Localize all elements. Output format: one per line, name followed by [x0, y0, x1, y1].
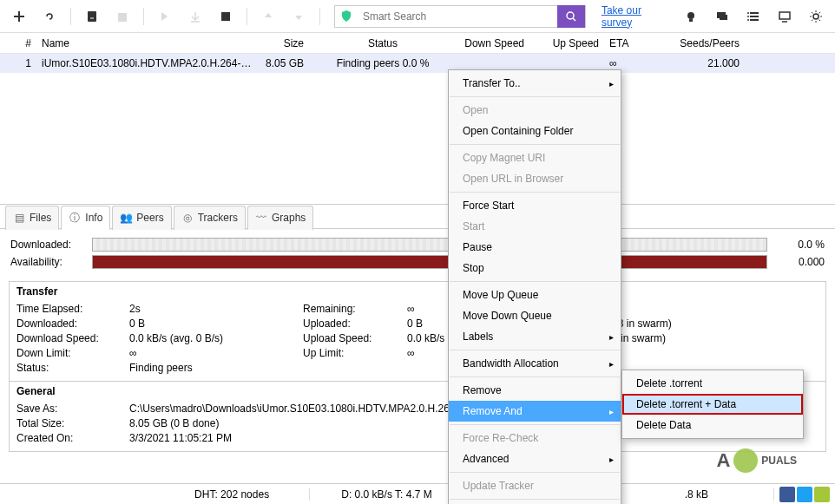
move-down-button	[285, 3, 312, 29]
tab-trackers-label: Trackers	[198, 212, 238, 224]
tab-info[interactable]: ⓘInfo	[61, 206, 110, 230]
add-url-button[interactable]	[36, 3, 62, 29]
search-box	[334, 5, 586, 28]
row-num: 1	[12, 57, 36, 69]
monitor-icon[interactable]	[771, 3, 799, 29]
ctx-move-up-queue[interactable]: Move Up Queue	[449, 285, 621, 305]
start-button	[151, 3, 178, 29]
col-num[interactable]: #	[12, 37, 36, 49]
ctx-pause[interactable]: Pause	[449, 237, 621, 258]
logo-text: PUALS	[761, 455, 797, 467]
uploaded-label: Uploaded:	[303, 317, 407, 330]
downloaded-bar	[92, 238, 767, 252]
ctx-bandwidth-allocation[interactable]: Bandwidth Allocation▸	[449, 353, 621, 374]
col-name[interactable]: Name	[36, 37, 257, 49]
downloaded-value: 0.0 %	[774, 239, 825, 251]
new-torrent-button[interactable]	[78, 3, 105, 29]
sb-dht: DHT: 202 nodes	[155, 488, 309, 501]
status-bar: DHT: 202 nodes D: 0.0 kB/s T: 4.7 M .8 k…	[0, 483, 835, 504]
shield-icon	[335, 10, 358, 23]
availability-label: Availability:	[10, 256, 85, 268]
ctx-transfer-to-[interactable]: Transfer To..▸	[449, 73, 621, 94]
svg-point-12	[813, 14, 819, 19]
android-icon[interactable]	[814, 487, 830, 502]
add-torrent-button[interactable]	[5, 3, 32, 29]
info-progress-panel: Downloaded: 0.0 % Availability: 0.000	[0, 229, 835, 278]
ctx-labels[interactable]: Labels▸	[449, 326, 621, 347]
sb-rates: D: 0.0 kB/s T: 4.7 M	[310, 488, 464, 501]
svg-rect-5	[689, 19, 693, 22]
ctx-stop[interactable]: Stop	[449, 258, 621, 278]
svg-rect-0	[88, 11, 96, 22]
col-down[interactable]: Down Speed	[457, 37, 529, 49]
download-button	[181, 3, 208, 29]
tab-graphs-label: Graphs	[272, 212, 306, 224]
main-toolbar: Take our survey	[0, 0, 835, 33]
search-button[interactable]	[557, 5, 585, 28]
move-up-button	[254, 3, 281, 29]
svg-rect-7	[720, 15, 727, 20]
logo-droid-icon	[733, 448, 758, 473]
row-size: 8.05 GB	[257, 57, 309, 69]
totalsize-label: Total Size:	[16, 417, 129, 429]
dlspeed-value: 0.0 kB/s (avg. 0 B/s)	[129, 332, 303, 344]
torrent-list: 1 iUmor.S10E03.1080i.HDTV.MPA2.0.H.264-p…	[0, 54, 835, 205]
appuals-logo: APUALS	[716, 448, 797, 473]
downloaded-stat-label: Downloaded:	[16, 317, 129, 330]
ctx-force-re-check: Force Re-Check	[449, 428, 621, 448]
time-elapsed-value: 2s	[129, 303, 303, 315]
downloaded-label: Downloaded:	[10, 239, 85, 251]
ctx-sub-delete-torrent-data[interactable]: Delete .torrent + Data	[622, 394, 803, 415]
col-status[interactable]: Status	[309, 37, 457, 49]
col-up[interactable]: Up Speed	[529, 37, 604, 49]
tab-graphs[interactable]: 〰Graphs	[247, 206, 313, 230]
col-seeds[interactable]: Seeds/Peers	[658, 37, 745, 49]
ctx-copy-magnet-uri: Copy Magnet URI	[449, 147, 621, 168]
twitter-icon[interactable]	[797, 487, 812, 502]
search-input[interactable]	[358, 10, 557, 23]
list-icon[interactable]	[740, 3, 767, 29]
availability-bar	[92, 255, 767, 269]
svg-point-3	[567, 12, 574, 19]
time-elapsed-label: Time Elapsed:	[16, 303, 129, 315]
row-seeds: 21.000	[658, 57, 745, 69]
status-stat-value: Finding peers	[129, 362, 303, 374]
availability-value: 0.000	[774, 256, 825, 268]
info-icon: ⓘ	[69, 212, 81, 224]
remove-toolbar-button[interactable]	[108, 3, 135, 29]
col-eta[interactable]: ETA	[604, 37, 658, 49]
ctx-open: Open	[449, 100, 621, 121]
ctx-move-down-queue[interactable]: Move Down Queue	[449, 305, 621, 326]
ctx-sub-delete-torrent[interactable]: Delete .torrent	[622, 373, 803, 394]
saveas-label: Save As:	[16, 403, 129, 415]
ctx-remove-and[interactable]: Remove And▸	[449, 401, 621, 422]
context-submenu-remove-and[interactable]: Delete .torrentDelete .torrent + DataDel…	[621, 370, 804, 439]
tab-trackers[interactable]: ◎Trackers	[174, 206, 246, 230]
chat-icon[interactable]	[708, 3, 736, 29]
context-menu[interactable]: Transfer To..▸OpenOpen Containing Folder…	[448, 69, 621, 504]
remaining-label: Remaining:	[303, 303, 407, 315]
sb-social-icons	[774, 487, 835, 502]
ctx-start: Start	[449, 216, 621, 237]
ctx-sub-delete-data[interactable]: Delete Data	[622, 415, 803, 435]
ctx-open-containing-folder[interactable]: Open Containing Folder	[449, 121, 621, 141]
ctx-force-start[interactable]: Force Start	[449, 195, 621, 216]
tab-peers-label: Peers	[136, 212, 163, 224]
facebook-icon[interactable]	[779, 487, 795, 502]
stop-button[interactable]	[213, 3, 240, 29]
row-eta: ∞	[604, 57, 658, 69]
svg-rect-1	[118, 13, 127, 22]
col-size[interactable]: Size	[257, 37, 309, 49]
ctx-update-tracker: Update Tracker	[449, 475, 621, 496]
bulb-icon[interactable]	[677, 3, 705, 29]
tab-files[interactable]: ▤Files	[5, 206, 59, 230]
detail-tabs: ▤Files ⓘInfo 👥Peers ◎Trackers 〰Graphs	[0, 205, 835, 229]
ctx-remove[interactable]: Remove	[449, 380, 621, 401]
tab-peers[interactable]: 👥Peers	[112, 206, 171, 230]
survey-link[interactable]: Take our survey	[602, 4, 674, 29]
settings-icon[interactable]	[802, 3, 830, 29]
table-row[interactable]: 1 iUmor.S10E03.1080i.HDTV.MPA2.0.H.264-p…	[0, 54, 835, 73]
svg-rect-11	[779, 12, 790, 19]
ctx-advanced[interactable]: Advanced▸	[449, 448, 621, 469]
ctx-open-url-in-browser: Open URL in Browser	[449, 168, 621, 189]
